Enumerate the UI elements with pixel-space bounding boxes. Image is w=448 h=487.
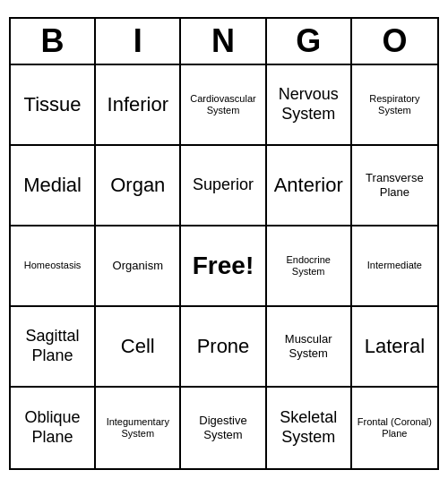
bingo-cell-0: Tissue bbox=[11, 65, 96, 146]
cell-text-22: Digestive System bbox=[185, 414, 261, 441]
cell-text-9: Transverse Plane bbox=[356, 171, 434, 199]
header-letter-I: I bbox=[96, 19, 181, 64]
cell-text-0: Tissue bbox=[24, 93, 82, 116]
bingo-cell-3: Nervous System bbox=[267, 65, 352, 146]
bingo-cell-16: Cell bbox=[96, 307, 181, 388]
bingo-cell-15: Sagittal Plane bbox=[11, 307, 96, 388]
bingo-card: BINGO TissueInferiorCardiovascular Syste… bbox=[9, 17, 439, 470]
bingo-cell-20: Oblique Plane bbox=[11, 388, 96, 468]
bingo-cell-10: Homeostasis bbox=[11, 226, 96, 307]
bingo-cell-13: Endocrine System bbox=[267, 226, 352, 307]
bingo-cell-6: Organ bbox=[96, 146, 181, 226]
bingo-cell-5: Medial bbox=[11, 146, 96, 226]
bingo-header: BINGO bbox=[11, 19, 437, 65]
cell-text-3: Nervous System bbox=[271, 85, 347, 124]
bingo-cell-1: Inferior bbox=[96, 65, 181, 146]
bingo-cell-17: Prone bbox=[181, 307, 266, 388]
cell-text-10: Homeostasis bbox=[24, 260, 82, 271]
bingo-cell-11: Organism bbox=[96, 226, 181, 307]
cell-text-20: Oblique Plane bbox=[14, 408, 90, 447]
bingo-cell-18: Muscular System bbox=[267, 307, 352, 388]
bingo-cell-22: Digestive System bbox=[181, 388, 266, 468]
cell-text-13: Endocrine System bbox=[271, 254, 347, 278]
cell-text-4: Respiratory System bbox=[356, 93, 434, 116]
bingo-cell-24: Frontal (Coronal) Plane bbox=[352, 388, 437, 468]
bingo-cell-2: Cardiovascular System bbox=[181, 65, 266, 146]
header-letter-O: O bbox=[352, 19, 437, 64]
cell-text-17: Prone bbox=[197, 335, 250, 358]
cell-text-23: Skeletal System bbox=[271, 408, 347, 447]
cell-text-5: Medial bbox=[23, 174, 82, 197]
cell-text-14: Intermediate bbox=[367, 260, 422, 271]
bingo-grid: TissueInferiorCardiovascular SystemNervo… bbox=[11, 65, 437, 468]
cell-text-19: Lateral bbox=[365, 335, 425, 358]
cell-text-2: Cardiovascular System bbox=[185, 93, 261, 116]
bingo-cell-23: Skeletal System bbox=[267, 388, 352, 468]
bingo-cell-4: Respiratory System bbox=[352, 65, 437, 146]
bingo-cell-9: Transverse Plane bbox=[352, 146, 437, 226]
cell-text-6: Organ bbox=[110, 174, 165, 197]
bingo-cell-14: Intermediate bbox=[352, 226, 437, 307]
cell-text-18: Muscular System bbox=[271, 332, 347, 360]
cell-text-11: Organism bbox=[113, 259, 163, 273]
cell-text-24: Frontal (Coronal) Plane bbox=[356, 416, 434, 440]
bingo-cell-21: Integumentary System bbox=[96, 388, 181, 468]
cell-text-1: Inferior bbox=[108, 93, 168, 116]
bingo-cell-7: Superior bbox=[181, 146, 266, 226]
header-letter-N: N bbox=[181, 19, 266, 64]
cell-text-12: Free! bbox=[193, 251, 254, 281]
cell-text-8: Anterior bbox=[274, 174, 343, 197]
bingo-cell-19: Lateral bbox=[352, 307, 437, 388]
header-letter-B: B bbox=[11, 19, 96, 64]
header-letter-G: G bbox=[267, 19, 352, 64]
bingo-cell-12: Free! bbox=[181, 226, 266, 307]
bingo-cell-8: Anterior bbox=[267, 146, 352, 226]
cell-text-7: Superior bbox=[193, 175, 254, 195]
cell-text-15: Sagittal Plane bbox=[14, 327, 90, 365]
cell-text-16: Cell bbox=[121, 335, 155, 358]
cell-text-21: Integumentary System bbox=[99, 416, 176, 440]
